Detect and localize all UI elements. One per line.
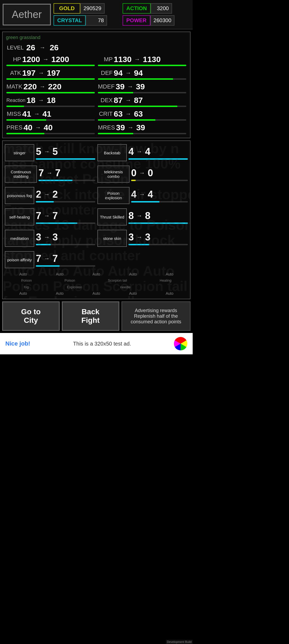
auto-label-5: Auto	[166, 272, 173, 276]
ad-banner: Nice job! This is a 320x50 test ad.	[0, 333, 193, 354]
skill-values-backstab: 4 → 4	[128, 146, 188, 160]
skill-name-stinger: stinger	[5, 144, 34, 161]
go-to-city-button[interactable]: Go toCity	[2, 301, 60, 331]
skill-values-stinger: 5 → 5	[36, 146, 95, 160]
bottom-actions: Go toCity BackFight Advertising rewardsR…	[2, 301, 191, 331]
skill-item-poison-affinity: poison affinity 7 → 7	[5, 250, 95, 269]
crystal-resource: CRYSTAL 78	[54, 15, 121, 26]
ad-logo-icon	[174, 337, 187, 350]
reaction-label: Reaction	[6, 98, 25, 103]
level-arrow: →	[40, 44, 45, 51]
poisonous-fog-bar	[36, 201, 95, 202]
skill-values-poisonous-fog: 2 → 2	[36, 189, 95, 202]
crit-to: 63	[134, 109, 143, 118]
miss-label: MISS	[6, 110, 21, 117]
miss-from: 41	[22, 109, 31, 118]
skill-item-backstab: Backstab 4 → 4	[97, 143, 188, 162]
hp-from: 1200	[22, 55, 40, 64]
telekinesis-combo-from: 0	[131, 167, 136, 179]
action-label: ACTION	[123, 3, 151, 14]
header: Aether GOLD 290529 ACTION 3200 CRYSTAL 7…	[0, 0, 193, 29]
mdef-from: 39	[116, 82, 124, 91]
auto-label-2: Auto	[56, 272, 64, 276]
skill-name-backstab: Backstab	[97, 144, 127, 161]
stone-skin-from: 3	[128, 232, 134, 243]
thrust-skilled-bar	[128, 223, 188, 224]
telekinesis-combo-to: 0	[148, 167, 153, 179]
back-fight-button[interactable]: BackFight	[62, 301, 119, 331]
skill-item-telekinesis-combo: telekinesis combo 0 → 0	[97, 164, 188, 184]
backstab-from: 4	[128, 146, 134, 157]
poisonous-fog-from: 2	[36, 189, 41, 200]
bottom-skill-sub-1: fog	[24, 285, 29, 289]
mp-from: 1130	[114, 55, 132, 64]
dex-label: DEX	[98, 97, 113, 104]
poison-affinity-to: 7	[52, 253, 58, 264]
skill-values-poison-affinity: 7 → 7	[36, 253, 95, 267]
pres-label: PRES	[6, 124, 22, 131]
skill-values-poison-explosion: 4 → 4	[131, 189, 188, 202]
level-to: 26	[50, 43, 59, 52]
crystal-value: 78	[86, 15, 107, 26]
backstab-to: 4	[145, 146, 150, 157]
miss-to: 41	[42, 109, 51, 118]
mres-to: 39	[136, 123, 145, 132]
auto-label-b5: Auto	[166, 291, 173, 296]
skill-name-continuous-stabbing: Continuous stabbing	[5, 166, 37, 183]
skill-name-poison-affinity: poison affinity	[5, 251, 34, 268]
skill-item-poison-explosion: Poison explosion 4 → 4	[97, 186, 188, 205]
level-from: 26	[26, 43, 35, 52]
skill-values-telekinesis-combo: 0 → 0	[131, 167, 188, 181]
continuous-stabbing-to: 7	[55, 167, 60, 179]
matk-to: 220	[48, 82, 62, 91]
action-resource: ACTION 3200	[123, 3, 190, 14]
mres-from: 39	[116, 123, 125, 132]
skill-values-self-healing: 7 → 7	[36, 210, 95, 224]
poison-explosion-to: 4	[148, 189, 153, 200]
skill-name-poisonous-fog: poisonous fog	[5, 187, 34, 204]
stats-panel: green grassland LEVEL 26 → 26 HP 1200 → …	[2, 32, 191, 138]
auto-label-b2: Auto	[56, 291, 64, 296]
skill-name-stone-skin: stone skin	[97, 230, 127, 247]
skill-values-thrust-skilled: 8 → 8	[128, 210, 188, 224]
hp-to: 1200	[51, 55, 69, 64]
level-row: LEVEL 26 → 26	[5, 43, 188, 53]
continuous-stabbing-bar	[39, 180, 95, 181]
meditation-from: 3	[36, 232, 41, 243]
poison-affinity-from: 7	[36, 253, 41, 264]
dex-to: 87	[134, 96, 143, 105]
ad-reward-button[interactable]: Advertising rewardsReplenish half of the…	[121, 301, 191, 331]
skill-item-thrust-skilled: Thrust Skilled 8 → 8	[97, 207, 188, 227]
auto-label-3: Auto	[93, 272, 100, 276]
resource-grid: GOLD 290529 ACTION 3200 CRYSTAL 78 POWER…	[54, 3, 190, 26]
game-title: Aether	[3, 4, 51, 25]
stinger-from: 5	[36, 146, 41, 157]
backstab-bar	[128, 158, 188, 160]
auto-label-1: Auto	[19, 272, 27, 276]
stone-skin-bar	[128, 244, 188, 245]
thrust-skilled-to: 8	[145, 210, 150, 221]
mres-label: MRES	[98, 124, 115, 131]
crit-label: CRIT	[98, 110, 113, 117]
bottom-skill-4: Healing	[160, 278, 172, 282]
skill-item-stinger: stinger 5 → 5	[5, 143, 95, 162]
pres-from: 40	[24, 123, 32, 132]
self-healing-to: 7	[52, 210, 58, 221]
thrust-skilled-from: 8	[128, 210, 134, 221]
atk-from: 197	[22, 68, 36, 78]
mp-label: MP	[98, 56, 113, 63]
skill-name-thrust-skilled: Thrust Skilled	[97, 208, 127, 225]
meditation-bar	[36, 244, 95, 245]
mdef-label: MDEF	[98, 83, 115, 90]
def-to: 94	[134, 68, 143, 78]
bottom-skill-sub-2: Explosion	[67, 285, 82, 289]
mdef-to: 39	[136, 82, 145, 91]
skill-name-telekinesis-combo: telekinesis combo	[97, 166, 130, 183]
stinger-to: 5	[52, 146, 58, 157]
skills-panel: match skill know-how by n use cannot con…	[2, 140, 191, 299]
reaction-from: 18	[26, 96, 35, 105]
atk-label: ATK	[6, 70, 21, 76]
crit-from: 63	[114, 109, 123, 118]
dev-badge: Development Build	[166, 640, 193, 644]
skill-values-stone-skin: 3 → 3	[128, 232, 188, 245]
